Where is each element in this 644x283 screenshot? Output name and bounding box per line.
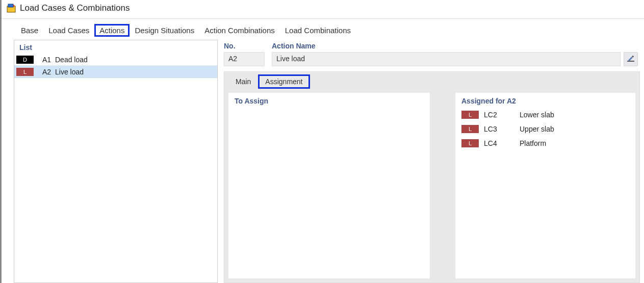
main-tabs: Base Load Cases Actions Design Situation… bbox=[2, 19, 644, 40]
list-row-num: A1 bbox=[38, 56, 51, 64]
assigned-desc: Lower slab bbox=[520, 111, 629, 119]
content: List D A1 Dead load L A2 Live load No. bbox=[2, 40, 644, 283]
list-header: List bbox=[14, 40, 217, 54]
edit-name-button[interactable] bbox=[624, 52, 638, 66]
name-field-wrap: Live load bbox=[272, 52, 638, 66]
tab-actions[interactable]: Actions bbox=[94, 24, 130, 37]
assigned-lc: LC2 bbox=[484, 111, 514, 119]
svg-rect-3 bbox=[627, 61, 634, 62]
assigned-lc: LC4 bbox=[484, 139, 514, 147]
titlebar: Load Cases & Combinations bbox=[2, 0, 644, 19]
badge-d: D bbox=[16, 56, 34, 64]
tab-load-cases[interactable]: Load Cases bbox=[43, 24, 94, 37]
no-label: No. bbox=[224, 42, 265, 50]
badge-l: L bbox=[461, 111, 479, 119]
svg-point-2 bbox=[13, 5, 15, 7]
svg-rect-1 bbox=[8, 4, 13, 7]
window: Load Cases & Combinations Base Load Case… bbox=[0, 0, 644, 283]
assigned-row-lc4[interactable]: L LC4 Platform bbox=[461, 138, 629, 149]
sub-tab-main[interactable]: Main bbox=[228, 74, 258, 89]
name-field[interactable]: Live load bbox=[272, 52, 621, 66]
form-group-name: Action Name Live load bbox=[272, 42, 638, 66]
list-row-a2[interactable]: L A2 Live load bbox=[14, 66, 217, 78]
badge-l: L bbox=[16, 68, 34, 76]
list-row-label: Live load bbox=[55, 68, 214, 76]
window-title: Load Cases & Combinations bbox=[20, 3, 130, 13]
to-assign-header: To Assign bbox=[228, 93, 430, 108]
to-assign-panel: To Assign bbox=[228, 93, 430, 278]
assigned-header: Assigned for A2 bbox=[455, 93, 635, 108]
assigned-desc: Platform bbox=[520, 139, 629, 147]
assigned-lc: LC3 bbox=[484, 125, 514, 133]
tab-action-combinations[interactable]: Action Combinations bbox=[199, 24, 280, 37]
app-icon bbox=[7, 4, 16, 13]
list-row-a1[interactable]: D A1 Dead load bbox=[14, 54, 217, 66]
list-row-num: A2 bbox=[38, 68, 51, 76]
assign-area: To Assign Assigned for A2 L LC2 Lower sl… bbox=[224, 89, 640, 283]
form-row: No. A2 Action Name Live load bbox=[224, 40, 640, 71]
tab-design-situations[interactable]: Design Situations bbox=[130, 24, 199, 37]
assigned-row-lc2[interactable]: L LC2 Lower slab bbox=[461, 109, 629, 120]
tab-base[interactable]: Base bbox=[16, 24, 43, 37]
assigned-desc: Upper slab bbox=[520, 125, 629, 133]
no-field[interactable]: A2 bbox=[224, 52, 265, 66]
tab-load-combinations[interactable]: Load Combinations bbox=[280, 24, 356, 37]
sub-tab-bar: Main Assignment bbox=[224, 71, 640, 89]
badge-l: L bbox=[461, 139, 479, 147]
assigned-list: L LC2 Lower slab L LC3 Upper slab L LC4 bbox=[455, 108, 635, 155]
assigned-row-lc3[interactable]: L LC3 Upper slab bbox=[461, 123, 629, 135]
sub-tab-assignment[interactable]: Assignment bbox=[258, 74, 310, 89]
form-group-no: No. A2 bbox=[224, 42, 265, 66]
name-label: Action Name bbox=[272, 42, 638, 50]
right-panel: No. A2 Action Name Live load bbox=[224, 40, 644, 283]
edit-icon bbox=[627, 55, 635, 64]
badge-l: L bbox=[461, 125, 479, 133]
assigned-panel: Assigned for A2 L LC2 Lower slab L LC3 U… bbox=[455, 93, 635, 278]
list-row-label: Dead load bbox=[55, 56, 214, 64]
list-rows: D A1 Dead load L A2 Live load bbox=[14, 54, 217, 282]
list-panel: List D A1 Dead load L A2 Live load bbox=[14, 40, 218, 283]
